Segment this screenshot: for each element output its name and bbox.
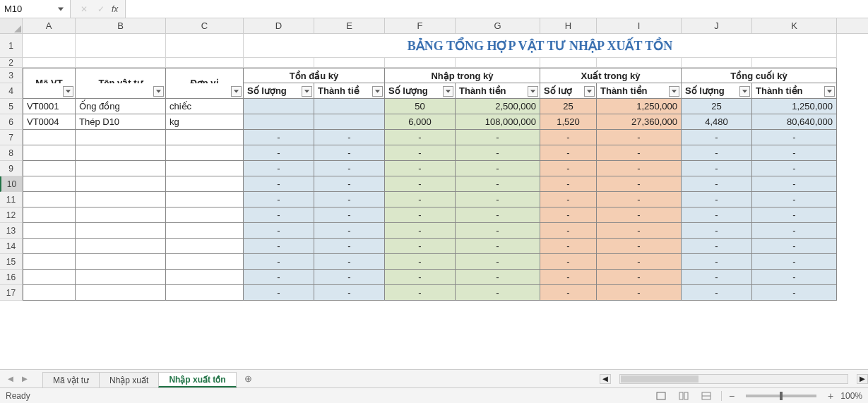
- new-sheet-button[interactable]: ⊕: [240, 371, 257, 387]
- cell-C6[interactable]: kg: [166, 114, 244, 130]
- cell-E12[interactable]: -: [314, 207, 385, 223]
- row-header-5[interactable]: 5: [0, 99, 23, 114]
- cell-B9[interactable]: [76, 161, 166, 176]
- cell-K5[interactable]: 1,250,000: [752, 99, 837, 114]
- cell-J8[interactable]: -: [682, 145, 752, 161]
- sheet-tab-Nhập-xuất-tồn[interactable]: Nhập xuất tồn: [158, 372, 236, 387]
- cell-J13[interactable]: -: [682, 223, 752, 239]
- normal-view-icon[interactable]: [653, 390, 669, 402]
- cell-I6[interactable]: 27,360,000: [597, 114, 682, 130]
- cell-E16[interactable]: -: [314, 270, 385, 285]
- cell-F7[interactable]: -: [385, 130, 456, 145]
- cell-G15[interactable]: -: [456, 254, 540, 270]
- cell-E13[interactable]: -: [314, 223, 385, 239]
- row-header-15[interactable]: 15: [0, 254, 23, 270]
- cell-E11[interactable]: -: [314, 192, 385, 207]
- cell-B13[interactable]: [76, 223, 166, 239]
- cell-C9[interactable]: [166, 161, 244, 176]
- page-break-view-icon[interactable]: [698, 390, 714, 402]
- column-header-H[interactable]: H: [540, 18, 597, 33]
- cell-E5[interactable]: [314, 99, 385, 114]
- cell-D8[interactable]: -: [244, 145, 314, 161]
- cell-F2[interactable]: [385, 58, 456, 68]
- cell-A16[interactable]: [23, 270, 76, 285]
- horizontal-scrollbar[interactable]: [619, 374, 848, 384]
- column-header-A[interactable]: A: [23, 18, 76, 33]
- cell-K9[interactable]: -: [752, 161, 837, 176]
- row-header-13[interactable]: 13: [0, 223, 23, 239]
- zoom-level[interactable]: 100%: [840, 391, 862, 401]
- cell-H16[interactable]: -: [540, 270, 597, 285]
- cell-J7[interactable]: -: [682, 130, 752, 145]
- cell-J6[interactable]: 4,480: [682, 114, 752, 130]
- cell-G16[interactable]: -: [456, 270, 540, 285]
- cell-A5[interactable]: VT0001: [23, 99, 76, 114]
- cell-D2[interactable]: [244, 58, 314, 68]
- cell-J14[interactable]: -: [682, 239, 752, 254]
- cell-E6[interactable]: [314, 114, 385, 130]
- filter-dropdown-icon[interactable]: [584, 86, 595, 97]
- cell-F8[interactable]: -: [385, 145, 456, 161]
- cell-K13[interactable]: -: [752, 223, 837, 239]
- cell-D12[interactable]: -: [244, 207, 314, 223]
- column-header-K[interactable]: K: [752, 18, 837, 33]
- row-header-16[interactable]: 16: [0, 270, 23, 285]
- cell-H5[interactable]: 25: [540, 99, 597, 114]
- cell-G14[interactable]: -: [456, 239, 540, 254]
- cell-H11[interactable]: -: [540, 192, 597, 207]
- hscroll-right-icon[interactable]: ►: [857, 374, 868, 384]
- sheet-tab-Mã-vật-tư[interactable]: Mã vật tư: [42, 372, 100, 387]
- formula-input[interactable]: [126, 0, 868, 18]
- cell-A7[interactable]: [23, 130, 76, 145]
- cell-E2[interactable]: [314, 58, 385, 68]
- cell-J2[interactable]: [682, 58, 752, 68]
- cell-C17[interactable]: [166, 285, 244, 301]
- cell-C13[interactable]: [166, 223, 244, 239]
- cell-D10[interactable]: -: [244, 176, 314, 192]
- cell-C1[interactable]: [166, 34, 244, 58]
- page-layout-view-icon[interactable]: [676, 390, 691, 402]
- cell-A10[interactable]: [23, 176, 76, 192]
- filter-dropdown-icon[interactable]: [443, 86, 453, 97]
- cell-H7[interactable]: -: [540, 130, 597, 145]
- cell-F16[interactable]: -: [385, 270, 456, 285]
- cell-K16[interactable]: -: [752, 270, 837, 285]
- cell-D7[interactable]: -: [244, 130, 314, 145]
- column-header-F[interactable]: F: [385, 18, 456, 33]
- filter-dropdown-icon[interactable]: [153, 86, 164, 97]
- cell-J12[interactable]: -: [682, 207, 752, 223]
- cell-I16[interactable]: -: [597, 270, 682, 285]
- cell-I9[interactable]: -: [597, 161, 682, 176]
- cell-D14[interactable]: -: [244, 239, 314, 254]
- cell-G8[interactable]: -: [456, 145, 540, 161]
- cell-A9[interactable]: [23, 161, 76, 176]
- cell-J15[interactable]: -: [682, 254, 752, 270]
- cell-H12[interactable]: -: [540, 207, 597, 223]
- cell-A13[interactable]: [23, 223, 76, 239]
- cell-G10[interactable]: -: [456, 176, 540, 192]
- cell-H17[interactable]: -: [540, 285, 597, 301]
- cell-A12[interactable]: [23, 207, 76, 223]
- cell-B16[interactable]: [76, 270, 166, 285]
- cell-C8[interactable]: [166, 145, 244, 161]
- column-header-J[interactable]: J: [682, 18, 752, 33]
- cell-D16[interactable]: -: [244, 270, 314, 285]
- cell-D17[interactable]: -: [244, 285, 314, 301]
- cell-C15[interactable]: [166, 254, 244, 270]
- cell-E7[interactable]: -: [314, 130, 385, 145]
- cell-K10[interactable]: -: [752, 176, 837, 192]
- cell-K7[interactable]: -: [752, 130, 837, 145]
- row-header-10[interactable]: 10: [0, 176, 23, 192]
- cell-I8[interactable]: -: [597, 145, 682, 161]
- cell-I13[interactable]: -: [597, 223, 682, 239]
- cell-I10[interactable]: -: [597, 176, 682, 192]
- cell-A6[interactable]: VT0004: [23, 114, 76, 130]
- filter-dropdown-icon[interactable]: [302, 86, 312, 97]
- cell-E9[interactable]: -: [314, 161, 385, 176]
- filter-dropdown-icon[interactable]: [231, 86, 242, 97]
- row-header-11[interactable]: 11: [0, 192, 23, 207]
- cell-B10[interactable]: [76, 176, 166, 192]
- cell-K17[interactable]: -: [752, 285, 837, 301]
- cell-K6[interactable]: 80,640,000: [752, 114, 837, 130]
- cell-I15[interactable]: -: [597, 254, 682, 270]
